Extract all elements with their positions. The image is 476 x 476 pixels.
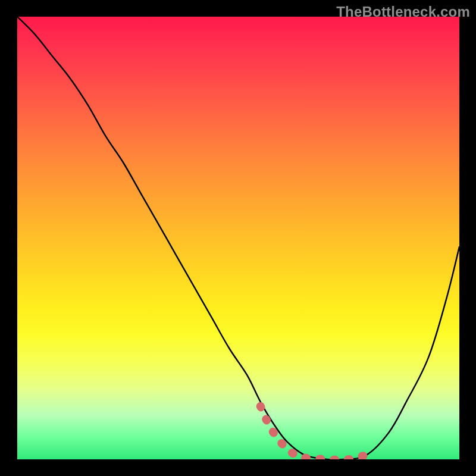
bottleneck-curve — [17, 17, 459, 459]
dashed-highlight — [261, 406, 367, 459]
chart-svg-layer — [17, 17, 459, 459]
watermark-text: TheBottleneck.com — [336, 4, 470, 20]
